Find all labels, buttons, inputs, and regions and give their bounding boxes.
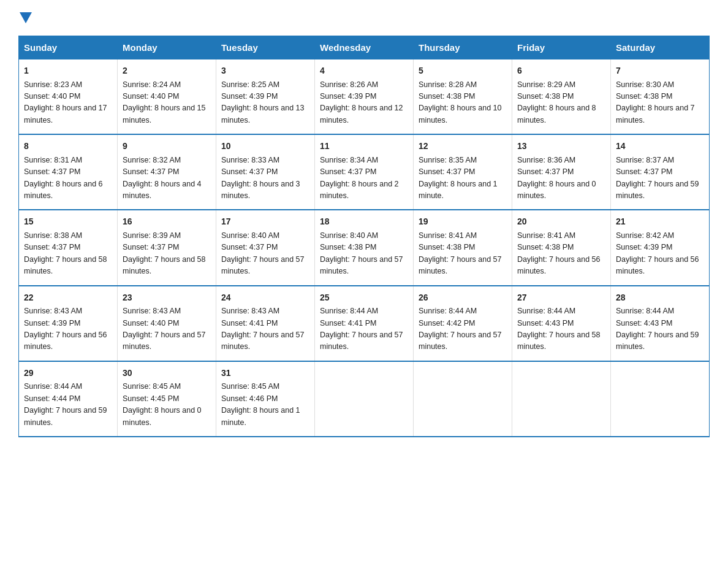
day-number: 20 bbox=[517, 215, 605, 229]
calendar-cell: 8Sunrise: 8:31 AMSunset: 4:37 PMDaylight… bbox=[19, 134, 118, 210]
day-number: 1 bbox=[24, 64, 112, 78]
column-header-tuesday: Tuesday bbox=[216, 36, 315, 59]
column-header-monday: Monday bbox=[118, 36, 216, 59]
calendar-cell: 2Sunrise: 8:24 AMSunset: 4:40 PMDaylight… bbox=[118, 59, 216, 135]
day-number: 12 bbox=[419, 140, 507, 153]
day-number: 26 bbox=[419, 291, 507, 305]
calendar-cell: 14Sunrise: 8:37 AMSunset: 4:37 PMDayligh… bbox=[611, 134, 710, 210]
day-number: 28 bbox=[616, 291, 704, 305]
day-number: 8 bbox=[24, 140, 112, 153]
day-number: 3 bbox=[221, 64, 309, 78]
day-number: 21 bbox=[616, 215, 704, 229]
day-number: 11 bbox=[320, 140, 408, 153]
calendar-cell: 12Sunrise: 8:35 AMSunset: 4:37 PMDayligh… bbox=[414, 134, 512, 210]
day-number: 31 bbox=[221, 367, 309, 380]
logo bbox=[18, 12, 33, 23]
day-number: 9 bbox=[123, 140, 211, 153]
calendar-cell: 21Sunrise: 8:42 AMSunset: 4:39 PMDayligh… bbox=[611, 210, 710, 285]
day-number: 23 bbox=[123, 291, 211, 305]
page-header bbox=[18, 12, 710, 23]
calendar-header-row: SundayMondayTuesdayWednesdayThursdayFrid… bbox=[19, 36, 710, 59]
day-number: 25 bbox=[320, 291, 408, 305]
calendar-cell: 17Sunrise: 8:40 AMSunset: 4:37 PMDayligh… bbox=[216, 210, 315, 285]
column-header-saturday: Saturday bbox=[611, 36, 710, 59]
calendar-cell: 15Sunrise: 8:38 AMSunset: 4:37 PMDayligh… bbox=[19, 210, 118, 285]
calendar-week-2: 8Sunrise: 8:31 AMSunset: 4:37 PMDaylight… bbox=[19, 134, 710, 210]
day-number: 19 bbox=[419, 215, 507, 229]
calendar-cell: 25Sunrise: 8:44 AMSunset: 4:41 PMDayligh… bbox=[315, 286, 414, 361]
column-header-wednesday: Wednesday bbox=[315, 36, 414, 59]
calendar-cell: 27Sunrise: 8:44 AMSunset: 4:43 PMDayligh… bbox=[512, 286, 611, 361]
calendar-cell: 13Sunrise: 8:36 AMSunset: 4:37 PMDayligh… bbox=[512, 134, 611, 210]
calendar-cell: 1Sunrise: 8:23 AMSunset: 4:40 PMDaylight… bbox=[19, 59, 118, 135]
calendar-cell: 20Sunrise: 8:41 AMSunset: 4:38 PMDayligh… bbox=[512, 210, 611, 285]
calendar-cell bbox=[414, 361, 512, 437]
calendar-cell: 11Sunrise: 8:34 AMSunset: 4:37 PMDayligh… bbox=[315, 134, 414, 210]
day-number: 4 bbox=[320, 64, 408, 78]
day-number: 2 bbox=[123, 64, 211, 78]
calendar-cell: 30Sunrise: 8:45 AMSunset: 4:45 PMDayligh… bbox=[118, 361, 216, 437]
day-number: 7 bbox=[616, 64, 704, 78]
day-number: 10 bbox=[221, 140, 309, 153]
day-number: 29 bbox=[24, 367, 112, 380]
calendar-cell: 5Sunrise: 8:28 AMSunset: 4:38 PMDaylight… bbox=[414, 59, 512, 135]
calendar-cell: 9Sunrise: 8:32 AMSunset: 4:37 PMDaylight… bbox=[118, 134, 216, 210]
day-number: 14 bbox=[616, 140, 704, 153]
day-number: 6 bbox=[517, 64, 605, 78]
calendar-week-1: 1Sunrise: 8:23 AMSunset: 4:40 PMDaylight… bbox=[19, 59, 710, 135]
calendar-cell bbox=[512, 361, 611, 437]
calendar-week-5: 29Sunrise: 8:44 AMSunset: 4:44 PMDayligh… bbox=[19, 361, 710, 437]
column-header-thursday: Thursday bbox=[414, 36, 512, 59]
day-number: 27 bbox=[517, 291, 605, 305]
calendar-cell: 4Sunrise: 8:26 AMSunset: 4:39 PMDaylight… bbox=[315, 59, 414, 135]
calendar-cell: 22Sunrise: 8:43 AMSunset: 4:39 PMDayligh… bbox=[19, 286, 118, 361]
calendar-cell bbox=[611, 361, 710, 437]
calendar-cell: 26Sunrise: 8:44 AMSunset: 4:42 PMDayligh… bbox=[414, 286, 512, 361]
calendar-cell: 28Sunrise: 8:44 AMSunset: 4:43 PMDayligh… bbox=[611, 286, 710, 361]
calendar-cell: 10Sunrise: 8:33 AMSunset: 4:37 PMDayligh… bbox=[216, 134, 315, 210]
day-number: 24 bbox=[221, 291, 309, 305]
calendar-table: SundayMondayTuesdayWednesdayThursdayFrid… bbox=[18, 36, 710, 437]
calendar-cell: 24Sunrise: 8:43 AMSunset: 4:41 PMDayligh… bbox=[216, 286, 315, 361]
calendar-cell: 23Sunrise: 8:43 AMSunset: 4:40 PMDayligh… bbox=[118, 286, 216, 361]
day-number: 22 bbox=[24, 291, 112, 305]
calendar-cell bbox=[315, 361, 414, 437]
calendar-cell: 31Sunrise: 8:45 AMSunset: 4:46 PMDayligh… bbox=[216, 361, 315, 437]
calendar-cell: 19Sunrise: 8:41 AMSunset: 4:38 PMDayligh… bbox=[414, 210, 512, 285]
column-header-friday: Friday bbox=[512, 36, 611, 59]
calendar-cell: 3Sunrise: 8:25 AMSunset: 4:39 PMDaylight… bbox=[216, 59, 315, 135]
day-number: 30 bbox=[123, 367, 211, 380]
day-number: 18 bbox=[320, 215, 408, 229]
day-number: 17 bbox=[221, 215, 309, 229]
calendar-cell: 6Sunrise: 8:29 AMSunset: 4:38 PMDaylight… bbox=[512, 59, 611, 135]
calendar-cell: 29Sunrise: 8:44 AMSunset: 4:44 PMDayligh… bbox=[19, 361, 118, 437]
day-number: 5 bbox=[419, 64, 507, 78]
calendar-cell: 7Sunrise: 8:30 AMSunset: 4:38 PMDaylight… bbox=[611, 59, 710, 135]
logo-triangle-icon bbox=[20, 12, 32, 23]
calendar-week-4: 22Sunrise: 8:43 AMSunset: 4:39 PMDayligh… bbox=[19, 286, 710, 361]
calendar-cell: 16Sunrise: 8:39 AMSunset: 4:37 PMDayligh… bbox=[118, 210, 216, 285]
column-header-sunday: Sunday bbox=[19, 36, 118, 59]
calendar-cell: 18Sunrise: 8:40 AMSunset: 4:38 PMDayligh… bbox=[315, 210, 414, 285]
calendar-week-3: 15Sunrise: 8:38 AMSunset: 4:37 PMDayligh… bbox=[19, 210, 710, 285]
day-number: 15 bbox=[24, 215, 112, 229]
day-number: 16 bbox=[123, 215, 211, 229]
day-number: 13 bbox=[517, 140, 605, 153]
